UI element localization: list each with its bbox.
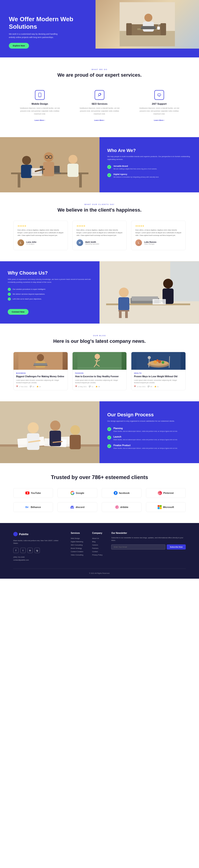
svg-rect-23	[79, 174, 82, 187]
newsletter-subscribe-button[interactable]: Subscribe Now	[167, 545, 186, 550]
social-instagram-icon[interactable]: ig	[34, 548, 40, 553]
social-facebook-icon[interactable]: f	[13, 548, 19, 553]
testimonial-2: ★★★★★ Duis ultrics, ut lacus dapibus, da…	[72, 221, 127, 250]
svg-rect-94	[158, 505, 160, 507]
who-section: Who Are We? We help people to build incr…	[0, 137, 199, 192]
svg-line-73	[149, 359, 149, 367]
footer-link[interactable]: Content Creation	[71, 551, 83, 553]
explore-button[interactable]: Explore Now	[9, 43, 29, 49]
footer-company-title: Company	[92, 532, 103, 534]
service-card-support: 24/7 Support Vestibulum litacroce, lorem…	[133, 86, 186, 126]
why-title: Why Choose Us?	[8, 270, 92, 276]
testimonials-section: WHAT OUR CLIENTS SAY We believe in the c…	[0, 192, 199, 261]
step-2-title: Launch	[113, 436, 177, 438]
process-title: Our Design Process	[107, 412, 191, 417]
connect-button[interactable]: Connect Now	[8, 309, 29, 315]
support-link[interactable]: Learn More ›	[154, 119, 165, 121]
blog-image-3	[131, 352, 186, 370]
client-youtube: YouTube	[13, 488, 53, 498]
blog-3-date: 📅 21 Nov 2021	[134, 385, 145, 388]
mobile-design-icon	[35, 90, 45, 100]
svg-point-57	[95, 354, 100, 359]
blog-3-title[interactable]: Proven Ways to Lose Weight Without Old	[134, 375, 183, 378]
service-card-seo: SEO Services Vestibulum litacroce, lorem…	[73, 86, 126, 126]
who-feature-2: ✓ Digital Agency We believe in innovatio…	[107, 173, 191, 179]
why-feature-2-text: We deliver services beyond expectations.	[12, 293, 45, 295]
svg-point-18	[159, 95, 160, 95]
author-1-name: Luna John	[26, 241, 36, 243]
social-linkedin-icon[interactable]: in	[27, 548, 33, 553]
blog-2-comments: 💬 11	[89, 385, 93, 388]
microsoft-icon	[158, 505, 162, 509]
footer-company-list: About Us Blog Careers Partners Contact P…	[92, 537, 103, 556]
footer-link[interactable]: Contact	[92, 551, 103, 553]
footer-link[interactable]: Partners	[92, 547, 103, 549]
svg-rect-47	[154, 302, 161, 303]
services-grid: Mobile Design Vestibulum litacroce, lore…	[13, 86, 186, 126]
services-section: WHAT WE DO We are proud of our expert se…	[0, 57, 199, 137]
blog-2-category: FASHION	[75, 372, 124, 374]
seo-icon	[95, 90, 104, 100]
services-title: We are proud of our expert services.	[13, 72, 186, 78]
svg-point-52	[37, 354, 44, 361]
footer-top: Palette Etiam facilisi, nulla erat preti…	[13, 532, 186, 562]
clients-grid: YouTube Google facebook	[13, 488, 186, 512]
client-dribble: dribble	[102, 502, 142, 512]
digital-agency-desc: We believe in innovation by integrating …	[113, 176, 159, 179]
seo-desc: Vestibulum litacroce, lorem a blandit fa…	[76, 107, 123, 115]
like-icon-2: 👍	[95, 385, 97, 388]
footer-link[interactable]: Blog	[92, 541, 103, 542]
blog-1-comments: 💬 19	[30, 385, 34, 388]
svg-rect-46	[154, 301, 164, 302]
testimonials-label: WHAT OUR CLIENTS SAY	[13, 204, 186, 206]
footer-brand-desc: Etiam facilisi, nulla erat pretium erat,…	[13, 539, 62, 545]
why-section: Why Choose Us? With years of experience …	[0, 261, 199, 323]
footer-link[interactable]: SEO Consulting	[71, 544, 83, 546]
newsletter-email-input[interactable]	[111, 545, 165, 550]
svg-rect-50	[125, 311, 128, 318]
client-behance: Bé Béhance	[13, 502, 53, 512]
blog-2-title[interactable]: How to Excercise to Stay Healthy Forever	[75, 375, 124, 378]
footer-logo-text: Palette	[19, 532, 29, 536]
footer-link[interactable]: Brand Strategy	[71, 547, 83, 549]
footer-logo-icon	[13, 532, 18, 536]
blog-2-desc: Lorem ipsum dolor sit amet, consectetur …	[75, 379, 124, 384]
discord-icon	[70, 505, 74, 509]
mobile-design-link[interactable]: Learn More ›	[34, 119, 45, 121]
behance-icon: Bé	[25, 505, 29, 509]
svg-rect-75	[0, 445, 100, 463]
svg-rect-83	[50, 431, 61, 446]
blog-1-title[interactable]: Biggest Challenges For Making Money Onli…	[16, 375, 65, 378]
svg-rect-48	[118, 310, 130, 311]
client-facebook: facebook	[102, 488, 142, 498]
digital-agency-icon: ✓	[107, 173, 111, 177]
blog-2-date: 📅 13 May 2021	[75, 385, 87, 388]
google-label: Google	[76, 492, 84, 494]
footer-link[interactable]: Web Design	[71, 537, 83, 539]
author-3-avatar: L	[135, 240, 142, 246]
svg-point-72	[148, 356, 151, 359]
step-1-desc: Etiam facilisi, duis at ullamcorper dict…	[113, 430, 177, 433]
footer-link[interactable]: Digital Marketing	[71, 541, 83, 542]
social-twitter-icon[interactable]: t	[20, 548, 26, 553]
calendar-icon-2: 📅	[75, 385, 77, 388]
why-check-3-icon: ✓	[8, 298, 11, 301]
svg-rect-7	[161, 23, 166, 35]
launch-icon: ✓	[107, 436, 111, 439]
footer-link[interactable]: Privacy Policy	[92, 554, 103, 556]
footer-logo: Palette	[13, 532, 62, 536]
footer-link[interactable]: Careers	[92, 544, 103, 546]
seo-link[interactable]: Learn More ›	[94, 119, 105, 121]
testimonial-1-author: L Luna John UI Designer	[18, 240, 64, 246]
footer-link[interactable]: About Us	[92, 537, 103, 539]
svg-point-26	[22, 156, 31, 165]
svg-rect-34	[31, 168, 42, 176]
footer-link[interactable]: Video Consulting	[71, 554, 83, 556]
footer-services-col: Services Web Design Digital Marketing SE…	[71, 532, 83, 562]
testimonial-1-stars: ★★★★★	[18, 225, 64, 227]
blog-image-1	[13, 352, 68, 370]
like-icon: 👍	[36, 385, 38, 388]
testimonial-3: ★★★★★ Duis ultrics, ut lacus dapibus, da…	[131, 221, 186, 250]
versatile-brand-title: Versatile Brand	[113, 165, 157, 167]
services-label: WHAT WE DO	[13, 68, 186, 70]
